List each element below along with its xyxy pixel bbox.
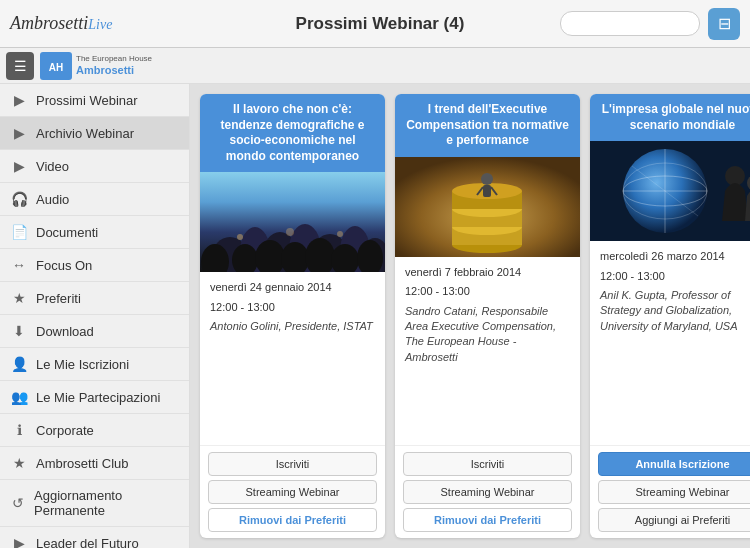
sidebar-label-le-mie-iscrizioni: Le Mie Iscrizioni [36, 357, 129, 372]
sidebar-label-prossimi-webinar: Prossimi Webinar [36, 93, 138, 108]
svg-point-18 [286, 228, 294, 236]
filter-icon: ⊟ [718, 14, 731, 33]
sidebar-label-video: Video [36, 159, 69, 174]
card2-iscriviti[interactable]: Iscriviti [403, 452, 572, 476]
card3-streaming[interactable]: Streaming Webinar [598, 480, 750, 504]
focus-icon: ↔ [10, 257, 28, 273]
sidebar-item-corporate[interactable]: ℹ Corporate [0, 414, 189, 447]
card2-time: 12:00 - 13:00 [405, 284, 570, 299]
sidebar-label-focus-on: Focus On [36, 258, 92, 273]
card1-header: Il lavoro che non c'è: tendenze demograf… [200, 94, 385, 172]
card2-actions: Iscriviti Streaming Webinar Rimuovi dai … [395, 445, 580, 538]
sidebar-label-aggiornamento-permanente: Aggiornamento Permanente [34, 488, 179, 518]
webinar-card-2: I trend dell'Executive Compensation tra … [395, 94, 580, 538]
card1-actions: Iscriviti Streaming Webinar Rimuovi dai … [200, 445, 385, 538]
sidebar-label-download: Download [36, 324, 94, 339]
card1-speaker: Antonio Golini, Presidente, ISTAT [210, 319, 375, 334]
main-layout: ▶ Prossimi Webinar ▶ Archivio Webinar ▶ … [0, 84, 750, 548]
card3-speaker: Anil K. Gupta, Professor of Strategy and… [600, 288, 750, 334]
sidebar-item-prossimi-webinar[interactable]: ▶ Prossimi Webinar [0, 84, 189, 117]
card3-time: 12:00 - 13:00 [600, 269, 750, 284]
sidebar-item-aggiornamento-permanente[interactable]: ↺ Aggiornamento Permanente [0, 480, 189, 527]
page-title: Prossimi Webinar (4) [200, 14, 560, 34]
sidebar-item-leader-del-futuro[interactable]: ▶ Leader del Futuro [0, 527, 189, 548]
sub-logo-bottom: Ambrosetti [76, 64, 152, 76]
video-icon: ▶ [10, 158, 28, 174]
hamburger-icon: ☰ [14, 58, 27, 74]
sidebar-label-le-mie-partecipazioni: Le Mie Partecipazioni [36, 390, 160, 405]
archive-icon: ▶ [10, 125, 28, 141]
logo-text-wrap: The European House Ambrosetti [76, 55, 152, 76]
refresh-icon: ↺ [10, 495, 26, 511]
card3-header: L'impresa globale nel nuovo scenario mon… [590, 94, 750, 141]
card2-speaker: Sandro Catani, Responsabile Area Executi… [405, 304, 570, 366]
card1-body: venerdì 24 gennaio 2014 12:00 - 13:00 An… [200, 272, 385, 445]
sidebar-item-download[interactable]: ⬇ Download [0, 315, 189, 348]
search-input[interactable] [560, 11, 700, 36]
sidebar-item-video[interactable]: ▶ Video [0, 150, 189, 183]
card1-streaming[interactable]: Streaming Webinar [208, 480, 377, 504]
card1-rimuovi[interactable]: Rimuovi dai Preferiti [208, 508, 377, 532]
content-area: Il lavoro che non c'è: tendenze demograf… [190, 84, 750, 548]
sidebar-label-preferiti: Preferiti [36, 291, 81, 306]
card2-title: I trend dell'Executive Compensation tra … [406, 102, 569, 147]
card2-body: venerdì 7 febbraio 2014 12:00 - 13:00 Sa… [395, 257, 580, 445]
card2-header: I trend dell'Executive Compensation tra … [395, 94, 580, 157]
sidebar-label-documenti: Documenti [36, 225, 98, 240]
svg-point-17 [237, 234, 243, 240]
users-icon: 👥 [10, 389, 28, 405]
ambrosetti-logo-small: AH The European House Ambrosetti [40, 52, 152, 80]
user-icon: 👤 [10, 356, 28, 372]
play-icon: ▶ [10, 92, 28, 108]
svg-rect-29 [483, 185, 491, 197]
sidebar-item-le-mie-iscrizioni[interactable]: 👤 Le Mie Iscrizioni [0, 348, 189, 381]
logo-icon-box: AH [40, 52, 72, 80]
card3-annulla[interactable]: Annulla Iscrizione [598, 452, 750, 476]
sub-logo-top: The European House [76, 55, 152, 64]
header-logo: AmbrosettiLive [10, 13, 200, 34]
svg-text:AH: AH [49, 62, 63, 73]
header: AmbrosettiLive Prossimi Webinar (4) ⊟ [0, 0, 750, 48]
svg-point-19 [337, 231, 343, 237]
card3-body: mercoledì 26 marzo 2014 12:00 - 13:00 An… [590, 241, 750, 445]
sidebar-item-documenti[interactable]: 📄 Documenti [0, 216, 189, 249]
card3-actions: Annulla Iscrizione Streaming Webinar Agg… [590, 445, 750, 538]
leader-icon: ▶ [10, 535, 28, 548]
sidebar-label-leader-del-futuro: Leader del Futuro [36, 536, 139, 549]
sidebar-item-ambrosetti-club[interactable]: ★ Ambrosetti Club [0, 447, 189, 480]
club-icon: ★ [10, 455, 28, 471]
sidebar-item-le-mie-partecipazioni[interactable]: 👥 Le Mie Partecipazioni [0, 381, 189, 414]
hamburger-button[interactable]: ☰ [6, 52, 34, 80]
sidebar: ▶ Prossimi Webinar ▶ Archivio Webinar ▶ … [0, 84, 190, 548]
card3-image [590, 141, 750, 241]
card2-rimuovi[interactable]: Rimuovi dai Preferiti [403, 508, 572, 532]
card1-iscriviti[interactable]: Iscriviti [208, 452, 377, 476]
sidebar-label-ambrosetti-club: Ambrosetti Club [36, 456, 128, 471]
headphone-icon: 🎧 [10, 191, 28, 207]
sidebar-label-audio: Audio [36, 192, 69, 207]
sidebar-item-audio[interactable]: 🎧 Audio [0, 183, 189, 216]
sidebar-item-archivio-webinar[interactable]: ▶ Archivio Webinar [0, 117, 189, 150]
card1-title: Il lavoro che non c'è: tendenze demograf… [220, 102, 364, 163]
sidebar-label-corporate: Corporate [36, 423, 94, 438]
header-right: ⊟ [560, 8, 740, 40]
card3-aggiungi[interactable]: Aggiungi ai Preferiti [598, 508, 750, 532]
sidebar-item-focus-on[interactable]: ↔ Focus On [0, 249, 189, 282]
info-icon: ℹ [10, 422, 28, 438]
download-icon: ⬇ [10, 323, 28, 339]
sub-header: ☰ AH The European House Ambrosetti [0, 48, 750, 84]
card3-title: L'impresa globale nel nuovo scenario mon… [602, 102, 750, 132]
webinar-card-3: L'impresa globale nel nuovo scenario mon… [590, 94, 750, 538]
card1-time: 12:00 - 13:00 [210, 300, 375, 315]
logo-live: Live [88, 17, 112, 32]
star-icon: ★ [10, 290, 28, 306]
card1-date: venerdì 24 gennaio 2014 [210, 280, 375, 295]
card2-date: venerdì 7 febbraio 2014 [405, 265, 570, 280]
card2-streaming[interactable]: Streaming Webinar [403, 480, 572, 504]
card3-date: mercoledì 26 marzo 2014 [600, 249, 750, 264]
card2-image [395, 157, 580, 257]
sidebar-label-archivio-webinar: Archivio Webinar [36, 126, 134, 141]
filter-button[interactable]: ⊟ [708, 8, 740, 40]
document-icon: 📄 [10, 224, 28, 240]
sidebar-item-preferiti[interactable]: ★ Preferiti [0, 282, 189, 315]
